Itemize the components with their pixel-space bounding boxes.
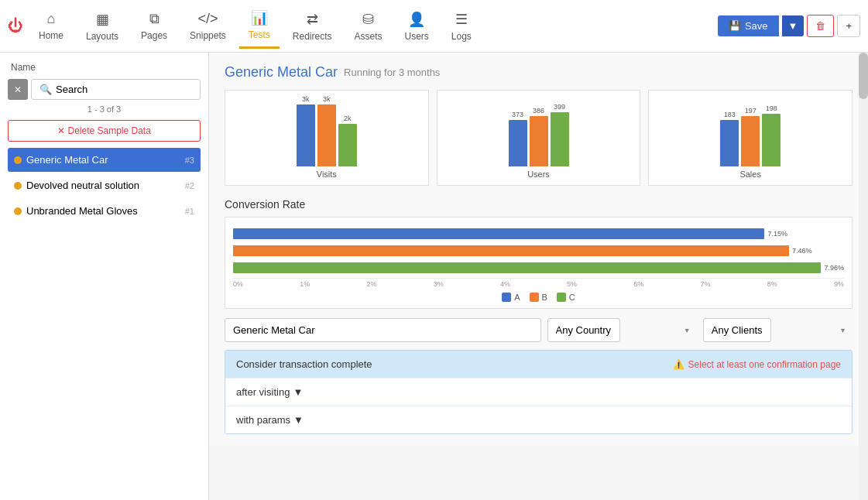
list-item-left-2: Unbranded Metal Gloves: [14, 205, 138, 217]
legend-dot-c: [557, 293, 566, 302]
bar-c-sales-rect: [762, 114, 781, 166]
bar-a-sales-rect: [720, 120, 739, 166]
assets-icon: ⛁: [362, 11, 374, 28]
with-params-chevron: ▼: [293, 414, 304, 426]
transaction-header: Consider transaction complete ⚠️ Select …: [225, 351, 852, 378]
nav-home-label: Home: [39, 30, 63, 41]
list-item-2[interactable]: Unbranded Metal Gloves #1: [8, 199, 201, 223]
nav-pages[interactable]: ⧉ Pages: [132, 5, 177, 47]
bar-b-visits-rect: [317, 104, 336, 166]
horiz-bar-a: [233, 228, 764, 239]
search-label: Search: [56, 84, 87, 95]
bar-a-users-rect: [509, 120, 527, 166]
pages-icon: ⧉: [149, 11, 160, 27]
nav-tests[interactable]: 📊 Tests: [239, 3, 280, 49]
transaction-row-0: after visiting ▼: [225, 378, 852, 406]
top-nav: ⏻ ⌂ Home ▦ Layouts ⧉ Pages </> Snippets …: [0, 0, 868, 53]
warning-text: Select at least one confirmation page: [688, 359, 841, 370]
legend-c: C: [557, 293, 575, 302]
search-icon: 🔍: [39, 84, 52, 95]
nav-snippets[interactable]: </> Snippets: [180, 5, 235, 47]
legend-label-c: C: [569, 293, 575, 302]
power-icon[interactable]: ⏻: [8, 17, 23, 35]
list-item-0[interactable]: Generic Metal Car #3: [8, 148, 201, 172]
charts-row: 3k 3k 2k: [225, 90, 853, 186]
with-params-dropdown[interactable]: with params ▼: [236, 414, 304, 426]
nav-layouts[interactable]: ▦ Layouts: [77, 5, 128, 48]
bar-group-visits: 3k 3k 2k: [297, 95, 357, 166]
clear-button[interactable]: ✕: [8, 79, 28, 100]
nav-home[interactable]: ⌂ Home: [29, 5, 73, 47]
delete-sample-button[interactable]: ✕ Delete Sample Data: [8, 120, 201, 142]
nav-assets-label: Assets: [354, 31, 382, 42]
bar-group-sales: 183 197 198: [720, 104, 781, 166]
scrollbar-thumb[interactable]: [859, 53, 868, 99]
nav-items: ⌂ Home ▦ Layouts ⧉ Pages </> Snippets 📊 …: [29, 3, 718, 49]
content-wrapper: Generic Metal Car Running for 3 months 3…: [209, 53, 868, 500]
chart-sales: 183 197 198: [648, 90, 853, 186]
chart-visits-title: Visits: [232, 170, 422, 179]
sidebar-name-label: Name: [8, 60, 201, 74]
chart-users: 373 386 399: [437, 90, 641, 186]
add-button[interactable]: +: [837, 15, 860, 37]
transaction-row-1: with params ▼: [225, 406, 852, 433]
snippets-icon: </>: [197, 11, 218, 27]
bar-a-users-label: 373: [512, 111, 523, 118]
bar-a-sales-label: 183: [724, 111, 736, 118]
scrollbar-track: [859, 53, 868, 500]
h-axis: 0% 1% 2% 3% 4% 5% 6% 7% 8% 9%: [233, 278, 844, 288]
bar-chart-visits: 3k 3k 2k: [232, 97, 422, 166]
country-select-wrap: Any Country: [547, 318, 697, 342]
clients-select[interactable]: Any Clients: [703, 318, 771, 342]
with-params-label: with params: [236, 414, 290, 426]
pagination-text: 1 - 3 of 3: [8, 104, 201, 114]
bar-a-visits: 3k: [297, 95, 315, 166]
nav-snippets-label: Snippets: [190, 30, 226, 41]
nav-redirects[interactable]: ⇄ Redirects: [283, 5, 341, 48]
bar-a-visits-label: 3k: [302, 95, 310, 103]
save-button[interactable]: 💾 Save: [718, 15, 779, 36]
tests-icon: 📊: [251, 9, 268, 26]
after-visiting-dropdown[interactable]: after visiting ▼: [236, 386, 303, 398]
bar-c-users: 399: [551, 103, 569, 166]
bar-a-visits-rect: [297, 104, 315, 166]
nav-users[interactable]: 👤 Users: [396, 5, 438, 48]
list-item-1[interactable]: Devolved neutral solution #2: [8, 173, 201, 197]
filter-input[interactable]: [225, 318, 541, 342]
bar-a-users: 373: [509, 111, 527, 166]
save-icon: 💾: [729, 20, 741, 32]
sidebar: Name ✕ 🔍 Search 1 - 3 of 3 ✕ Delete Samp…: [0, 53, 209, 500]
logs-icon: ☰: [455, 11, 468, 28]
dot-0: [14, 156, 22, 164]
search-button[interactable]: 🔍 Search: [31, 79, 201, 100]
badge-1: #2: [185, 181, 194, 190]
legend-label-b: B: [542, 293, 547, 302]
nav-tests-label: Tests: [249, 29, 270, 40]
nav-users-label: Users: [405, 31, 429, 42]
legend-a: A: [502, 293, 520, 302]
legend-dot-b: [530, 293, 539, 302]
nav-assets[interactable]: ⛁ Assets: [345, 5, 391, 48]
warning-icon: ⚠️: [673, 359, 684, 370]
save-dropdown-button[interactable]: ▼: [782, 15, 805, 36]
bar-b-users-rect: [530, 116, 548, 166]
bar-b-sales-label: 197: [745, 107, 756, 115]
dot-1: [14, 182, 22, 190]
delete-button[interactable]: 🗑: [807, 15, 834, 37]
country-select[interactable]: Any Country: [547, 318, 620, 342]
list-item-label-2: Unbranded Metal Gloves: [26, 205, 138, 217]
transaction-box: Consider transaction complete ⚠️ Select …: [225, 350, 853, 434]
list-item-left-0: Generic Metal Car: [14, 154, 108, 166]
bar-b-users: 386: [530, 107, 548, 166]
list-item-label-1: Devolved neutral solution: [26, 180, 139, 191]
badge-0: #3: [185, 156, 194, 165]
transaction-body: after visiting ▼ with params ▼: [225, 378, 852, 433]
bar-a-sales: 183: [720, 111, 739, 166]
nav-pages-label: Pages: [141, 30, 167, 41]
nav-logs[interactable]: ☰ Logs: [442, 5, 481, 48]
main-layout: Name ✕ 🔍 Search 1 - 3 of 3 ✕ Delete Samp…: [0, 53, 868, 500]
layouts-icon: ▦: [96, 11, 109, 28]
conversion-title: Conversion Rate: [225, 198, 853, 211]
bar-b-visits-label: 3k: [323, 95, 331, 103]
bar-c-users-label: 399: [554, 103, 565, 111]
